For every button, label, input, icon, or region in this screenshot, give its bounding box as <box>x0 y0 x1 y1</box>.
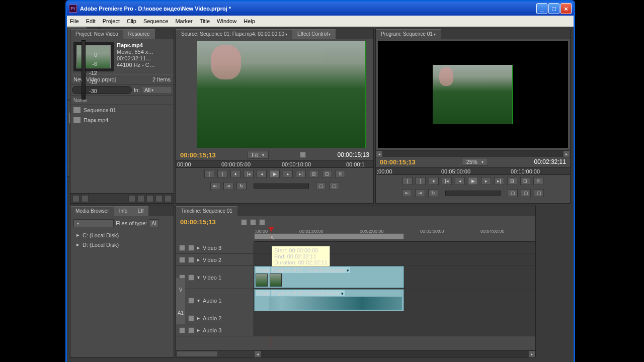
program-monitor[interactable] <box>378 41 568 148</box>
step-fwd-button[interactable]: ▸ <box>283 170 293 178</box>
speaker-icon[interactable] <box>179 327 185 333</box>
btn-c[interactable]: ▢ <box>534 189 544 197</box>
step-back-button[interactable]: ◂ <box>257 170 267 178</box>
btn-a[interactable]: ▢ <box>316 182 326 190</box>
track-header-a2[interactable]: ▸ Audio 2 <box>176 312 254 324</box>
list-view-icon[interactable] <box>72 195 79 202</box>
mark-out-button[interactable]: } <box>217 170 227 178</box>
lock-icon[interactable] <box>188 257 194 263</box>
btn-b[interactable]: ▢ <box>521 189 531 197</box>
timeline-ruler[interactable]: :00:00 00:01:00:00 00:02:00:00 00:03:00:… <box>254 228 535 242</box>
export-frame-button[interactable]: ⎘ <box>335 170 345 178</box>
menu-edit[interactable]: Edit <box>86 18 96 24</box>
titlebar[interactable]: Pr Adobe Premiere Pro - D:\новое видео\N… <box>67 2 574 16</box>
settings-icon[interactable] <box>300 152 306 158</box>
play-button[interactable]: ▶ <box>270 170 280 178</box>
set-marker-button[interactable]: ♦ <box>230 170 240 178</box>
audio-clip[interactable]: Парк Парк.mp4 [A] Volume:Level ▾ <box>254 289 404 311</box>
work-area-bar[interactable] <box>254 233 404 239</box>
menu-file[interactable]: File <box>70 18 79 24</box>
menu-project[interactable]: Project <box>103 18 120 24</box>
next-button[interactable]: ⇥ <box>223 182 233 190</box>
tab-timeline[interactable]: Timeline: Sequence 01 <box>176 206 237 216</box>
menu-clip[interactable]: Clip <box>127 18 136 24</box>
tab-resource[interactable]: Resource <box>123 29 155 39</box>
lift-button[interactable]: ⊟ <box>507 177 517 185</box>
drive-c[interactable]: ▸ C: (Local Disk) <box>73 230 171 240</box>
program-tc-current[interactable]: 00:00:15;13 <box>380 158 416 166</box>
automate-icon[interactable] <box>128 195 135 202</box>
shuttle-slider[interactable] <box>445 191 501 196</box>
mark-in-button[interactable]: { <box>403 177 413 185</box>
close-button[interactable]: × <box>560 3 572 14</box>
goto-out-button[interactable]: ▸| <box>494 177 504 185</box>
icon-view-icon[interactable] <box>82 195 89 202</box>
video-patch[interactable]: V <box>176 278 185 301</box>
menu-window[interactable]: Window <box>217 18 236 24</box>
prev-button[interactable]: ⇤ <box>210 182 220 190</box>
export-frame-button[interactable]: ⎘ <box>533 177 543 185</box>
insert-button[interactable]: ⊟ <box>309 170 319 178</box>
tab-effect-controls[interactable]: Effect Control <box>292 29 336 39</box>
browser-dropdown[interactable] <box>73 219 114 227</box>
menu-title[interactable]: Title <box>200 18 210 24</box>
goto-in-button[interactable]: |◂ <box>244 170 254 178</box>
marker-icon[interactable] <box>250 219 256 225</box>
source-zoom-dropdown[interactable]: Fit <box>247 151 268 159</box>
mark-in-button[interactable]: { <box>204 170 214 178</box>
in-dropdown[interactable]: All <box>142 86 172 94</box>
next-button[interactable]: ⇥ <box>415 189 425 197</box>
tab-project[interactable]: Project: New Video <box>70 29 123 39</box>
prev-button[interactable]: ⇤ <box>402 189 412 197</box>
eye-icon[interactable] <box>179 257 185 263</box>
source-tc-current[interactable]: 00:00:15;13 <box>180 151 216 159</box>
mark-out-button[interactable]: } <box>416 177 426 185</box>
timeline-tc[interactable]: 00:00:15;13 <box>180 218 216 226</box>
step-back-button[interactable]: ◂ <box>455 177 465 185</box>
lock-icon[interactable] <box>188 315 194 321</box>
new-bin-icon[interactable] <box>146 195 153 202</box>
bin-item-sequence[interactable]: Sequence 01 <box>70 105 174 115</box>
drive-d[interactable]: ▸ D: (Local Disk) <box>73 240 171 249</box>
track-header-v1[interactable]: ▾ Video 1 <box>176 266 254 289</box>
snap-icon[interactable] <box>241 219 247 225</box>
loop-button[interactable]: ↻ <box>428 189 438 197</box>
source-monitor[interactable] <box>197 41 366 148</box>
track-header-v3[interactable]: ▸ Video 3 <box>176 242 254 253</box>
step-fwd-button[interactable]: ▸ <box>481 177 491 185</box>
eye-icon[interactable] <box>179 245 185 251</box>
tab-media-browser[interactable]: Media Browser <box>70 206 114 216</box>
overwrite-button[interactable]: ⊡ <box>322 170 332 178</box>
menu-sequence[interactable]: Sequence <box>143 18 169 24</box>
find-icon[interactable] <box>137 195 144 202</box>
set-marker-button[interactable]: ♦ <box>429 177 439 185</box>
tab-effects[interactable]: Eff <box>132 206 148 216</box>
menu-help[interactable]: Help <box>244 18 255 24</box>
btn-b[interactable]: ▢ <box>329 182 339 190</box>
tab-source[interactable]: Source: Sequence 01: Парк.mp4: 00:00:00:… <box>176 29 292 39</box>
menu-marker[interactable]: Marker <box>175 18 192 24</box>
lock-icon[interactable] <box>188 245 194 251</box>
lock-icon[interactable] <box>188 275 194 281</box>
track-header-a3[interactable]: ▸ Audio 3 <box>176 324 254 336</box>
files-type-dropdown[interactable]: Al <box>149 219 159 227</box>
program-ruler[interactable]: ;00;00 00:05:00:00 00:10:00:00 <box>376 167 570 175</box>
play-button[interactable]: ▶ <box>468 177 478 185</box>
shuttle-slider[interactable] <box>254 184 309 189</box>
zoom-slider[interactable] <box>177 351 217 356</box>
tab-program[interactable]: Program: Sequence 01 <box>376 29 441 39</box>
playhead-icon[interactable] <box>268 227 274 232</box>
lock-icon[interactable] <box>188 298 194 304</box>
minimize-button[interactable]: _ <box>536 3 547 14</box>
loop-button[interactable]: ↻ <box>236 182 247 190</box>
lock-icon[interactable] <box>188 327 194 333</box>
program-zoom-dropdown[interactable]: 25% <box>462 158 488 166</box>
maximize-button[interactable]: □ <box>548 3 559 14</box>
btn-a[interactable]: ▢ <box>508 189 518 197</box>
bin-item-clip[interactable]: Парк.mp4 <box>70 115 174 125</box>
video-clip[interactable]: Парк Парк.mp4 [V] Opacity:Opacity ▾ <box>254 266 404 288</box>
audio-patch[interactable]: A1 <box>176 301 185 324</box>
source-ruler[interactable]: 00;00 00:00:05:00 00:00:10:00 00:00:1 <box>176 160 373 168</box>
new-item-icon[interactable] <box>155 195 163 202</box>
track-header-v2[interactable]: ▸ Video 2 <box>176 254 254 265</box>
